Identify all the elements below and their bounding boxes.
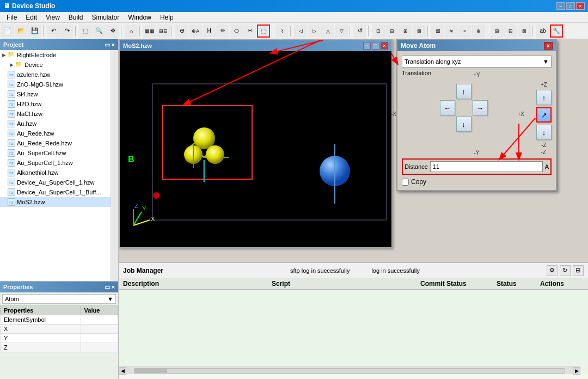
props-close-icon[interactable]: × [112, 284, 115, 291]
toolbar-t3[interactable]: △ [321, 25, 334, 38]
toolbar-pencil[interactable]: ✏ [216, 25, 229, 38]
tree-item-au[interactable]: ▶ hz Au.hzw [0, 119, 111, 129]
toolbar-t2[interactable]: ▷ [308, 25, 321, 38]
toolbar-chain1[interactable]: ⛓ [431, 25, 444, 38]
prop-val-y [81, 334, 118, 343]
dialog-dropdown[interactable]: Translation along xyz ▼ [402, 56, 552, 68]
tree-item-zno[interactable]: ▶ hz ZnO-MgO-Si.hzw [0, 80, 111, 89]
menu-edit[interactable]: Edit [21, 13, 41, 22]
menu-view[interactable]: View [41, 13, 64, 22]
tree-item-nacl[interactable]: ▶ hz NaCl.hzw [0, 109, 111, 119]
toolbar-undo[interactable]: ↶ [47, 25, 60, 38]
toolbar-rot[interactable]: ↺ [353, 25, 366, 38]
tree-item-au-sc[interactable]: ▶ hz Au_SuperCell.hzw [0, 148, 111, 158]
toolbar-move2[interactable]: ⬚ [257, 25, 270, 38]
menu-file[interactable]: File [2, 13, 21, 22]
toolbar-t4[interactable]: ▽ [335, 25, 348, 38]
maximize-button[interactable]: □ [566, 2, 575, 10]
toolbar: 📄 📂 💾 ↶ ↷ ⬚ 🔍 ✥ ⌂ ▦▦ ⊞⊟ ⊕ ⊕A H ✏ ⬭ ✂ ⬚ ⌇… [0, 23, 588, 39]
tree-item-azulene[interactable]: ▶ hz azulene.hzw [0, 70, 111, 80]
tree-item-dev-au-buff[interactable]: ▶ hz Device_Au_SuperCell_1_Buff... [0, 187, 111, 197]
toolbar-chain4[interactable]: ⊕ [472, 25, 485, 38]
toolbar-s1[interactable]: ⊡ [372, 25, 385, 38]
tree-item-au-rede-rede[interactable]: ▶ hz Au_Rede_Rede.hzw [0, 138, 111, 148]
toolbar-chain3[interactable]: ≈ [458, 25, 471, 38]
toolbar-lasso[interactable]: ⬭ [230, 25, 243, 38]
job-minus-btn[interactable]: ⊟ [573, 265, 584, 276]
dir-left-btn[interactable]: ← [440, 100, 455, 115]
menu-simulator[interactable]: Simulator [88, 13, 124, 22]
close-button[interactable]: × [576, 2, 585, 10]
toolbar-s3[interactable]: ⊞ [399, 25, 412, 38]
tree-label-h2o: H2O.hzw [17, 101, 41, 107]
z-ne-btn[interactable]: ↗ [536, 107, 552, 123]
dialog-close-btn[interactable]: × [544, 42, 553, 50]
properties-panel: Properties ▭ × Atom ▼ Properties Value [0, 281, 118, 379]
toolbar-sep10 [427, 26, 430, 36]
menu-window[interactable]: Window [124, 13, 156, 22]
toolbar-sym1[interactable]: ⊞ [491, 25, 504, 38]
tree-item-au-rede[interactable]: ▶ hz Au_Rede.hzw [0, 129, 111, 138]
job-settings-btn[interactable]: ⚙ [547, 265, 558, 276]
toolbar-redo[interactable]: ↷ [60, 25, 74, 38]
toolbar-add[interactable]: ⊕ [175, 25, 188, 38]
scroll-right-arrow[interactable]: ▶ [573, 367, 580, 375]
dir-up-btn[interactable]: ↑ [456, 84, 471, 99]
toolbar-grid2[interactable]: ⊞⊟ [157, 25, 170, 38]
toolbar-zoom[interactable]: 🔍 [93, 25, 106, 38]
dir-down-btn[interactable]: ↓ [456, 117, 471, 132]
z-down-btn[interactable]: ↓ [536, 125, 552, 140]
menu-help[interactable]: Help [156, 13, 178, 22]
toolbar-s2[interactable]: ⊟ [385, 25, 399, 38]
toolbar-select[interactable]: ⬚ [79, 25, 92, 38]
tree-arrow-dev: ▶ [10, 62, 15, 68]
toolbar-move[interactable]: ✥ [106, 25, 119, 38]
copy-checkbox[interactable] [402, 179, 409, 186]
mol-maximize-btn[interactable]: □ [372, 42, 379, 50]
menu-build[interactable]: Build [64, 13, 88, 22]
job-scroll-horizontal[interactable]: ◀ ▶ [119, 366, 580, 374]
project-scrollbar[interactable] [111, 50, 118, 281]
toolbar-new[interactable]: 📄 [1, 25, 14, 38]
tree-item-h2o[interactable]: ▶ hz H2O.hzw [0, 99, 111, 109]
job-refresh-btn[interactable]: ↻ [560, 265, 571, 276]
toolbar-open[interactable]: 📂 [15, 25, 28, 38]
dir-right-btn[interactable]: → [473, 100, 488, 115]
dist-input[interactable] [430, 161, 543, 172]
toolbar-text[interactable]: ab [536, 25, 549, 38]
tree-item-alk[interactable]: ▶ hz Alkanethiol.hzw [0, 168, 111, 178]
toolbar-h[interactable]: H [203, 25, 216, 38]
properties-dropdown[interactable]: Atom ▼ [2, 294, 116, 304]
toolbar-sym2[interactable]: ⊟ [504, 25, 517, 38]
scroll-track[interactable] [134, 368, 565, 374]
tree-item-mos2[interactable]: ▶ hz MoS2.hzw [0, 197, 111, 207]
toolbar-wrench[interactable]: 🔧 [550, 25, 563, 38]
toolbar-sym3[interactable]: ⊠ [518, 25, 531, 38]
dist-label: Distance [405, 163, 428, 170]
minimize-button[interactable]: − [556, 2, 565, 10]
mol-minimize-btn[interactable]: − [363, 42, 371, 50]
mol-canvas[interactable]: X Y Z B C [120, 51, 391, 247]
scroll-left-arrow[interactable]: ◀ [119, 367, 126, 375]
tree-item-si4[interactable]: ▶ hz Si4.hzw [0, 89, 111, 99]
tree-item-rightelectrode[interactable]: ▶ 📁 RightElectrode [0, 50, 111, 60]
toolbar-grid1[interactable]: ▦▦ [143, 25, 156, 38]
z-up-btn[interactable]: ↑ [536, 90, 552, 105]
tree-item-dev-au[interactable]: ▶ hz Device_Au_SuperCell_1.hzw [0, 178, 111, 187]
toolbar-chain2[interactable]: ≋ [445, 25, 458, 38]
props-restore-icon[interactable]: ▭ [105, 284, 110, 291]
toolbar-s4[interactable]: ⊠ [413, 25, 426, 38]
toolbar-t1[interactable]: ◁ [294, 25, 307, 38]
project-close-icon[interactable]: × [112, 41, 115, 48]
left-panel: Project ▭ × ▶ 📁 RightElectrode [0, 39, 119, 379]
toolbar-addatom[interactable]: ⊕A [189, 25, 202, 38]
toolbar-home[interactable]: ⌂ [125, 25, 138, 38]
mol-close-btn[interactable]: × [381, 42, 388, 50]
tree-item-device[interactable]: ▶ 📁 Device [0, 60, 111, 70]
toolbar-bond[interactable]: ⌇ [275, 25, 289, 38]
toolbar-cut[interactable]: ✂ [243, 25, 256, 38]
project-restore-icon[interactable]: ▭ [105, 41, 110, 48]
tree-item-au-sc1[interactable]: ▶ hz Au_SuperCell_1.hzw [0, 158, 111, 168]
toolbar-save[interactable]: 💾 [28, 25, 41, 38]
job-toolbar-icons: ⚙ ↻ ⊟ [547, 265, 584, 276]
